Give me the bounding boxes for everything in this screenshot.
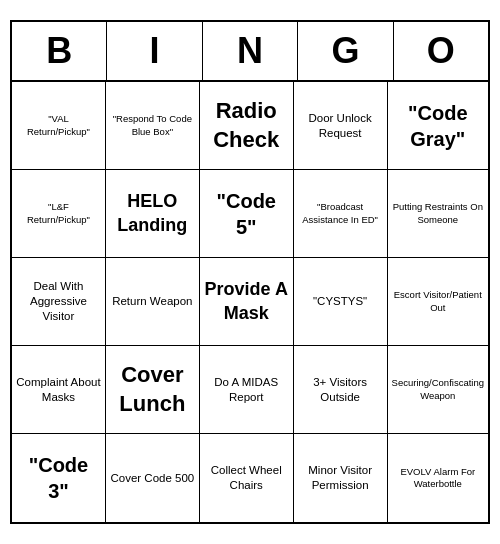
bingo-card: BINGO "VAL Return/Pickup""Respond To Cod…: [10, 20, 490, 524]
bingo-cell: "L&F Return/Pickup": [12, 170, 106, 258]
header-letter: G: [298, 22, 393, 80]
bingo-cell: Provide A Mask: [200, 258, 294, 346]
bingo-cell: Radio Check: [200, 82, 294, 170]
header-letter: I: [107, 22, 202, 80]
bingo-cell: Complaint About Masks: [12, 346, 106, 434]
bingo-cell: HELO Landing: [106, 170, 200, 258]
bingo-cell: Do A MIDAS Report: [200, 346, 294, 434]
bingo-grid: "VAL Return/Pickup""Respond To Code Blue…: [12, 82, 488, 522]
bingo-cell: "Code 5": [200, 170, 294, 258]
bingo-cell: Escort Visitor/Patient Out: [388, 258, 488, 346]
bingo-cell: Cover Code 500: [106, 434, 200, 522]
bingo-cell: Minor Visitor Permission: [294, 434, 388, 522]
bingo-cell: "Code Gray": [388, 82, 488, 170]
bingo-cell: "Code 3": [12, 434, 106, 522]
header-letter: N: [203, 22, 298, 80]
bingo-cell: Putting Restraints On Someone: [388, 170, 488, 258]
bingo-cell: 3+ Visitors Outside: [294, 346, 388, 434]
bingo-cell: Door Unlock Request: [294, 82, 388, 170]
bingo-cell: Return Weapon: [106, 258, 200, 346]
bingo-cell: Collect Wheel Chairs: [200, 434, 294, 522]
bingo-cell: EVOLV Alarm For Waterbottle: [388, 434, 488, 522]
header-letter: B: [12, 22, 107, 80]
bingo-cell: "Broadcast Assistance In ED": [294, 170, 388, 258]
bingo-cell: Securing/Confiscating Weapon: [388, 346, 488, 434]
bingo-cell: "Respond To Code Blue Box": [106, 82, 200, 170]
bingo-cell: Deal With Aggressive Visitor: [12, 258, 106, 346]
bingo-cell: "CYSTYS": [294, 258, 388, 346]
header-letter: O: [394, 22, 488, 80]
bingo-header: BINGO: [12, 22, 488, 82]
bingo-cell: Cover Lunch: [106, 346, 200, 434]
bingo-cell: "VAL Return/Pickup": [12, 82, 106, 170]
